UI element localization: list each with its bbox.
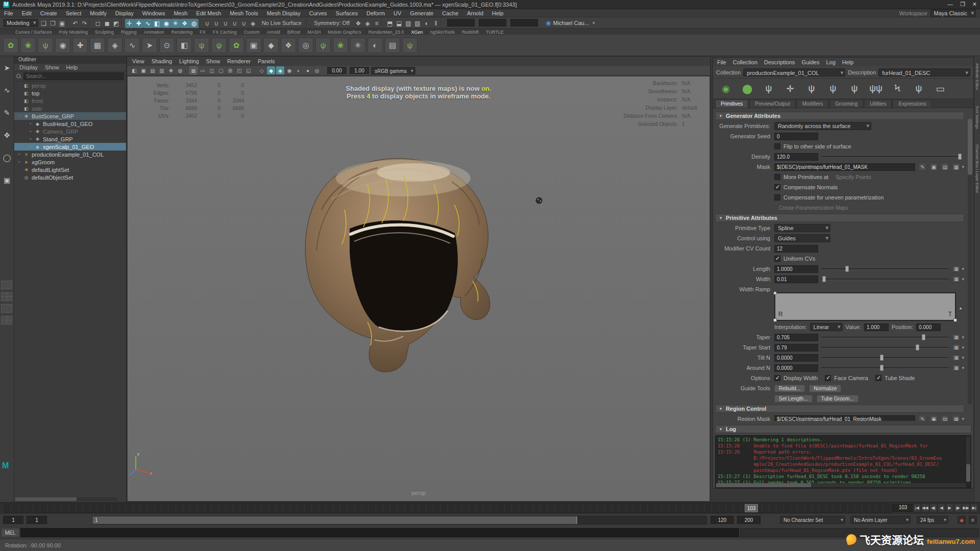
shelf-tab[interactable]: RenderMan_23.0	[369, 30, 404, 35]
menu-item[interactable]: Cache	[442, 10, 458, 16]
region-control-header[interactable]: ▼Region Control	[715, 405, 964, 413]
quick-select-field[interactable]	[447, 19, 475, 27]
modifier-cv-count-field[interactable]	[774, 245, 818, 253]
status-icon[interactable]: ▧	[404, 19, 413, 28]
control-using-selector[interactable]: Guides	[774, 234, 830, 242]
shelf-tab[interactable]: Motion Graphics	[328, 30, 361, 35]
viewport-toolbar-icon[interactable]: ▦	[189, 66, 198, 74]
tool-icon[interactable]: ✎	[2, 107, 13, 118]
status-icon[interactable]	[199, 17, 203, 26]
playback-button[interactable]: ▶▶	[962, 504, 970, 512]
length-field[interactable]	[774, 265, 818, 273]
paint-map-icon[interactable]: ✎	[918, 163, 926, 171]
status-icon[interactable]: ≡	[372, 19, 381, 28]
shelf-tab[interactable]: TURTLE	[486, 30, 504, 35]
status-icon[interactable]: ✚	[134, 19, 143, 28]
tool-icon[interactable]: ✥	[2, 130, 13, 141]
xgen-tab[interactable]: Modifiers	[797, 99, 829, 108]
menu-item[interactable]: UV	[394, 10, 401, 16]
xgen-tab[interactable]: Primitives	[715, 99, 748, 108]
shelf-tool-icon[interactable]: ∿	[125, 38, 140, 53]
taper-start-slider[interactable]	[821, 344, 949, 351]
menu-item[interactable]: Edit Mesh	[196, 10, 221, 16]
status-icon[interactable]	[67, 17, 71, 26]
panel-menu-item[interactable]: Show	[206, 58, 220, 64]
outliner-horizontal-scrollbar[interactable]	[15, 497, 117, 501]
xgen-toolbar-icon[interactable]: ψ	[825, 81, 841, 96]
menu-item[interactable]: Mesh Tools	[230, 10, 258, 16]
expand-toggle-icon[interactable]	[16, 98, 22, 104]
status-icon[interactable]: ❖	[354, 19, 363, 28]
viewport-toolbar-icon[interactable]: ◐	[295, 66, 303, 74]
menu-item[interactable]: Mesh	[174, 10, 187, 16]
command-line-input[interactable]	[20, 528, 739, 537]
status-icon[interactable]: ◈	[249, 19, 258, 28]
status-icon[interactable]: ◈	[363, 19, 372, 28]
ramp-point-handle[interactable]	[953, 318, 957, 322]
status-icon[interactable]: ↶	[71, 19, 80, 28]
layout-single-pane[interactable]	[1, 281, 12, 289]
xgen-toolbar-icon[interactable]: ψ	[911, 81, 926, 96]
expand-toggle-icon[interactable]: +	[28, 129, 33, 134]
around-n-field[interactable]	[774, 364, 818, 372]
viewport-toolbar-icon[interactable]: ▤	[149, 66, 157, 74]
tool-icon[interactable]: ➤	[2, 62, 13, 73]
status-icon[interactable]: ◩	[112, 19, 121, 28]
region-mask-field[interactable]	[774, 415, 915, 421]
viewport-toolbar-icon[interactable]: ▭	[199, 66, 207, 74]
expand-toggle-icon[interactable]	[16, 167, 22, 172]
viewport-toolbar-icon[interactable]: ▣	[139, 66, 148, 74]
primitive-attributes-header[interactable]: ▼Primitive Attributes	[715, 214, 964, 222]
expression-icon[interactable]: ▦	[952, 163, 960, 171]
menu-item[interactable]: File	[4, 10, 13, 16]
width-field[interactable]	[774, 276, 818, 283]
sidebar-tab[interactable]: Attribute Editor	[975, 63, 979, 90]
viewport-toolbar-icon[interactable]	[322, 66, 325, 73]
compensate-normals-checkbox[interactable]	[774, 184, 780, 190]
outliner-menu-item[interactable]: Show	[45, 64, 59, 70]
density-field[interactable]	[774, 153, 818, 161]
outliner-row[interactable]: ☀ defaultLightSet	[14, 166, 126, 173]
shelf-tool-icon[interactable]: ✿	[229, 38, 244, 53]
shelf-tool-icon[interactable]: ◎	[298, 38, 313, 53]
status-icon[interactable]: ✛	[125, 19, 134, 28]
status-icon[interactable]	[89, 17, 93, 26]
status-icon[interactable]: ◧	[153, 19, 162, 28]
xgen-toolbar-icon[interactable]: ⬤	[740, 81, 755, 96]
range-slider[interactable]: 1	[92, 516, 707, 524]
xgen-tab[interactable]: Preview/Output	[749, 99, 795, 108]
outliner-row[interactable]: + ◆ BustHead_01_GEO	[14, 120, 126, 128]
viewport-toolbar-icon[interactable]: ◫	[208, 66, 216, 74]
viewport-toolbar-icon[interactable]: ▥	[158, 66, 166, 74]
xgen-toolbar-icon[interactable]: ◉	[718, 81, 733, 96]
minimize-button[interactable]: —	[947, 1, 953, 8]
description-selector[interactable]: furHead_01_DESC	[878, 68, 970, 77]
xgen-toolbar-icon[interactable]: ψ	[847, 81, 862, 96]
xgen-toolbar-icon[interactable]: ✛	[782, 81, 798, 96]
playback-button[interactable]: |▶	[954, 504, 962, 512]
expand-toggle-icon[interactable]	[16, 106, 22, 111]
length-slider[interactable]	[821, 265, 949, 272]
width-slider[interactable]	[821, 276, 949, 283]
ramp-point-handle[interactable]	[773, 291, 777, 295]
shelf-tool-icon[interactable]: ▤	[385, 38, 400, 53]
generator-seed-field[interactable]	[774, 133, 818, 140]
xgen-toolbar-icon[interactable]: ψψ	[868, 81, 884, 96]
shelf-tool-icon[interactable]: ➤	[142, 38, 157, 53]
viewport-toolbar-icon[interactable]	[254, 66, 257, 73]
status-icon[interactable]: ◉	[162, 19, 171, 28]
shelf-tool-icon[interactable]: ✿	[3, 38, 18, 53]
shelf-tool-icon[interactable]: ◈	[107, 38, 122, 53]
workspace-selector[interactable]: Maya Classic	[930, 9, 976, 17]
xgen-menu-item[interactable]: File	[717, 59, 726, 65]
compensate-uneven-checkbox[interactable]	[774, 194, 780, 201]
rebuild-button[interactable]: Rebuild...	[774, 385, 805, 392]
viewport-toolbar-icon[interactable]: ◧	[130, 66, 138, 74]
viewport-toolbar-icon[interactable]: ◆	[267, 66, 275, 74]
viewport-canvas[interactable]: y x z Verts:345200 Edges:679500	[128, 77, 709, 501]
viewport-toolbar-icon[interactable]: ◍	[176, 66, 184, 74]
viewport-toolbar-icon[interactable]: ⊞	[226, 66, 234, 74]
expand-toggle-icon[interactable]: +	[28, 144, 33, 149]
tool-icon[interactable]: ▣	[2, 174, 13, 186]
tilt-n-field[interactable]	[774, 354, 818, 362]
